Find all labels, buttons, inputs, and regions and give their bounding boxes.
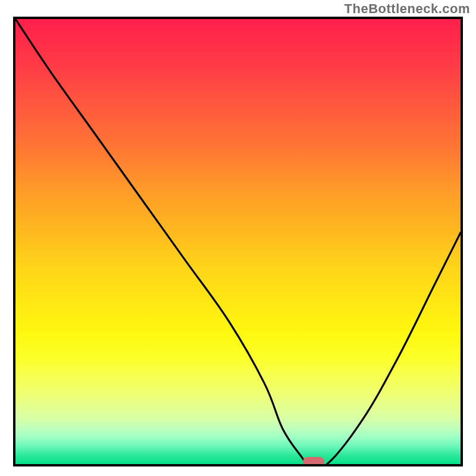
optimum-marker	[303, 457, 324, 466]
watermark-text: TheBottleneck.com	[345, 1, 470, 17]
bottleneck-curve	[15, 19, 461, 464]
plot-area	[13, 17, 463, 466]
chart-container: TheBottleneck.com	[0, 0, 476, 476]
